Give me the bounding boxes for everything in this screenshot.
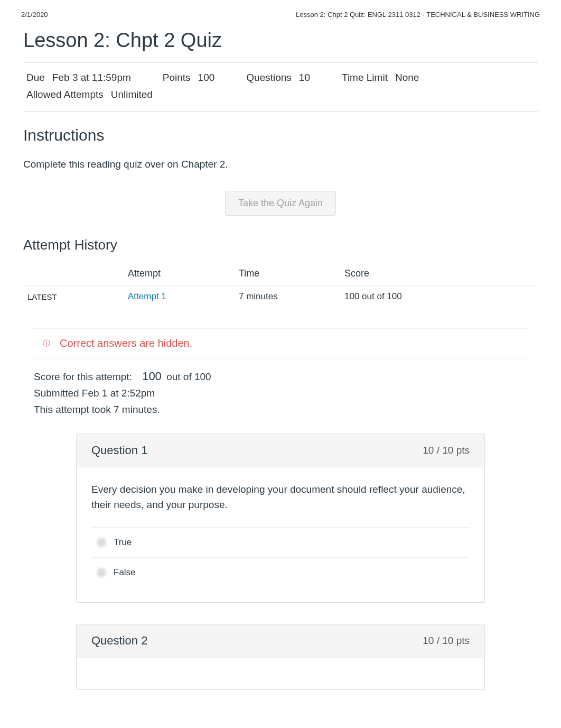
print-date: 2/1/2020 <box>21 11 48 19</box>
attempt-duration-text: This attempt took 7 minutes. <box>34 402 527 418</box>
question-points: 10 / 10 pts <box>423 635 470 647</box>
attempt-tag: LATEST <box>23 286 124 308</box>
instructions-body: Complete this reading quiz over on Chapt… <box>23 157 538 172</box>
points-value: 100 <box>198 69 215 86</box>
question-text: Every decision you make in developing yo… <box>91 482 470 512</box>
answer-row: False <box>91 557 470 587</box>
attempt-link[interactable]: Attempt 1 <box>128 291 166 301</box>
col-header-time: Time <box>235 264 340 286</box>
score-value: 100 <box>142 370 162 383</box>
score-info: Score for this attempt: 100 out of 100 S… <box>23 367 538 418</box>
answer-label: False <box>114 567 136 578</box>
question-points: 10 / 10 pts <box>423 445 470 456</box>
question-block: Question 1 10 / 10 pts Every decision yo… <box>76 434 485 603</box>
radio-icon <box>97 568 106 577</box>
col-header-attempt: Attempt <box>124 264 235 286</box>
hidden-answers-text: Correct answers are hidden. <box>60 337 192 349</box>
info-icon: ⓘ <box>43 339 50 348</box>
answer-row: True <box>91 527 470 557</box>
points-label: Points <box>163 69 191 86</box>
answer-label: True <box>114 537 132 548</box>
hidden-answers-banner: ⓘ Correct answers are hidden. <box>32 328 529 358</box>
submitted-text: Submitted Feb 1 at 2:52pm <box>34 385 527 401</box>
col-header-score: Score <box>340 264 538 286</box>
time-limit-value: None <box>395 69 419 86</box>
quiz-meta: Due Feb 3 at 11:59pm Points 100 Question… <box>23 62 538 112</box>
print-header: 2/1/2020 Lesson 2: Chpt 2 Quiz: ENGL 231… <box>0 0 561 24</box>
instructions-heading: Instructions <box>23 126 538 144</box>
attempt-history-heading: Attempt History <box>23 237 538 253</box>
questions-value: 10 <box>299 69 310 86</box>
question-title: Question 1 <box>91 444 147 457</box>
question-block: Question 2 10 / 10 pts <box>76 624 485 690</box>
radio-icon <box>97 538 106 547</box>
attempt-history-table: Attempt Time Score LATEST Attempt 1 7 mi… <box>23 264 538 307</box>
score-out-of: out of 100 <box>166 371 211 382</box>
page-title: Lesson 2: Chpt 2 Quiz <box>23 29 538 52</box>
score-label: Score for this attempt: <box>34 371 132 382</box>
table-row: LATEST Attempt 1 7 minutes 100 out of 10… <box>23 286 538 308</box>
due-value: Feb 3 at 11:59pm <box>52 69 131 86</box>
attempt-score: 100 out of 100 <box>340 286 538 308</box>
due-label: Due <box>26 69 45 86</box>
print-title: Lesson 2: Chpt 2 Quiz: ENGL 2311 0312 - … <box>296 11 540 19</box>
take-quiz-again-button[interactable]: Take the Quiz Again <box>225 191 336 216</box>
question-title: Question 2 <box>91 634 147 648</box>
allowed-attempts-value: Unlimited <box>111 86 153 103</box>
attempt-time: 7 minutes <box>235 286 340 308</box>
time-limit-label: Time Limit <box>342 69 388 86</box>
questions-label: Questions <box>246 69 292 86</box>
allowed-attempts-label: Allowed Attempts <box>26 86 104 103</box>
